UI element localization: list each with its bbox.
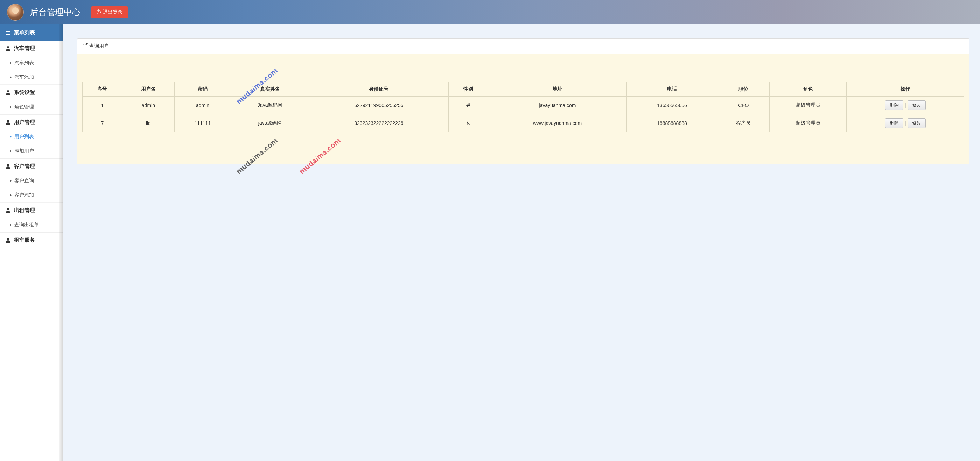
menu-group-title[interactable]: 出租管理 — [0, 203, 63, 218]
cell-actions: 删除|修改 — [846, 114, 964, 132]
caret-right-icon — [10, 106, 11, 108]
list-icon — [6, 31, 11, 35]
sidebar-item-label: 添加用户 — [14, 148, 34, 154]
cell-role: 超级管理员 — [770, 97, 846, 114]
cell-password: 111111 — [175, 114, 231, 132]
table-body: 1adminadminJava源码网622921199005255256男jav… — [83, 97, 964, 132]
sidebar-item[interactable]: 汽车列表 — [0, 56, 63, 70]
sidebar-item-label: 汽车添加 — [14, 74, 34, 81]
logout-label: 退出登录 — [103, 9, 123, 15]
cell-gender: 女 — [449, 114, 488, 132]
user-icon — [6, 238, 11, 243]
caret-right-icon — [10, 223, 11, 226]
avatar — [7, 4, 24, 21]
menu-group-label: 用户管理 — [14, 119, 35, 125]
user-icon — [6, 208, 11, 213]
menu-group: 系统设置角色管理 — [0, 85, 63, 115]
cell-gender: 男 — [449, 97, 488, 114]
app-title: 后台管理中心 — [30, 6, 81, 18]
cell-realname: Java源码网 — [231, 97, 309, 114]
caret-right-icon — [10, 179, 11, 182]
delete-button[interactable]: 删除 — [885, 100, 904, 110]
separator: | — [905, 102, 906, 108]
caret-right-icon — [10, 194, 11, 196]
column-header: 密码 — [175, 82, 231, 97]
cell-password: admin — [175, 97, 231, 114]
sidebar-item[interactable]: 汽车添加 — [0, 70, 63, 85]
watermark: mudaima.com — [234, 136, 279, 176]
menu-group: 用户管理用户列表添加用户 — [0, 115, 63, 159]
menu-group-label: 出租管理 — [14, 207, 35, 214]
panel-header: 查询用户 — [77, 39, 969, 54]
caret-right-icon — [10, 62, 11, 64]
cell-username: admin — [122, 97, 174, 114]
cell-phone: 13656565656 — [627, 97, 718, 114]
cell-address: www.javayuanma.com — [488, 114, 627, 132]
menu-group: 客户管理客户查询客户添加 — [0, 159, 63, 203]
app-header: 后台管理中心 退出登录 — [0, 0, 980, 24]
cell-role: 超级管理员 — [770, 114, 846, 132]
menu-header-label: 菜单列表 — [14, 29, 35, 36]
sidebar-item[interactable]: 客户查询 — [0, 174, 63, 188]
column-header: 地址 — [488, 82, 627, 97]
menu-group-title[interactable]: 系统设置 — [0, 85, 63, 100]
user-icon — [6, 46, 11, 51]
app-body: 菜单列表 汽车管理汽车列表汽车添加系统设置角色管理用户管理用户列表添加用户客户管… — [0, 24, 980, 461]
sidebar-item-label: 客户查询 — [14, 178, 34, 184]
power-icon — [97, 10, 101, 14]
sidebar-item[interactable]: 查询出租单 — [0, 218, 63, 232]
table-header-row: 序号用户名密码真实姓名身份证号性别地址电话职位角色操作 — [83, 82, 964, 97]
edit-button[interactable]: 修改 — [908, 118, 926, 128]
scrollbar[interactable] — [59, 24, 63, 461]
menu-group-title[interactable]: 客户管理 — [0, 159, 63, 174]
caret-right-icon — [10, 135, 11, 138]
menu-group-title[interactable]: 租车服务 — [0, 233, 63, 248]
edit-button[interactable]: 修改 — [908, 100, 926, 110]
cell-username: llq — [122, 114, 174, 132]
column-header: 用户名 — [122, 82, 174, 97]
cell-idcard: 323232322222222226 — [309, 114, 449, 132]
menu-group: 出租管理查询出租单 — [0, 203, 63, 233]
cell-position: 程序员 — [718, 114, 770, 132]
sidebar: 菜单列表 汽车管理汽车列表汽车添加系统设置角色管理用户管理用户列表添加用户客户管… — [0, 24, 63, 461]
edit-icon — [83, 44, 87, 48]
menu-group-label: 系统设置 — [14, 89, 35, 96]
user-icon — [6, 120, 11, 125]
logout-button[interactable]: 退出登录 — [91, 6, 128, 18]
sidebar-item[interactable]: 用户列表 — [0, 130, 63, 144]
column-header: 序号 — [83, 82, 123, 97]
menu-group-title[interactable]: 汽车管理 — [0, 41, 63, 56]
cell-id: 7 — [83, 114, 123, 132]
column-header: 电话 — [627, 82, 718, 97]
sidebar-item-label: 查询出租单 — [14, 222, 39, 228]
caret-right-icon — [10, 76, 11, 79]
table-head: 序号用户名密码真实姓名身份证号性别地址电话职位角色操作 — [83, 82, 964, 97]
cell-idcard: 622921199005255256 — [309, 97, 449, 114]
sidebar-item-label: 客户添加 — [14, 192, 34, 198]
sidebar-item-label: 汽车列表 — [14, 60, 34, 66]
sidebar-item-label: 角色管理 — [14, 104, 34, 110]
panel-title: 查询用户 — [89, 43, 109, 49]
sidebar-item[interactable]: 客户添加 — [0, 188, 63, 203]
column-header: 职位 — [718, 82, 770, 97]
menu-group: 汽车管理汽车列表汽车添加 — [0, 41, 63, 85]
sidebar-item[interactable]: 角色管理 — [0, 100, 63, 114]
menu-header: 菜单列表 — [0, 24, 63, 41]
cell-id: 1 — [83, 97, 123, 114]
user-table: 序号用户名密码真实姓名身份证号性别地址电话职位角色操作 1adminadminJ… — [82, 82, 964, 132]
cell-actions: 删除|修改 — [846, 97, 964, 114]
user-icon — [6, 164, 11, 169]
main-content: 查询用户 mudaima.com mudaima.com mudaima.com… — [63, 24, 980, 461]
sidebar-item[interactable]: 添加用户 — [0, 144, 63, 158]
menu-group-label: 客户管理 — [14, 163, 35, 170]
menu-groups: 汽车管理汽车列表汽车添加系统设置角色管理用户管理用户列表添加用户客户管理客户查询… — [0, 41, 63, 248]
watermark: mudaima.com — [298, 136, 342, 176]
column-header: 真实姓名 — [231, 82, 309, 97]
column-header: 身份证号 — [309, 82, 449, 97]
menu-group: 租车服务 — [0, 233, 63, 248]
cell-address: javayuanma.com — [488, 97, 627, 114]
caret-right-icon — [10, 150, 11, 152]
menu-group-label: 汽车管理 — [14, 45, 35, 52]
delete-button[interactable]: 删除 — [885, 118, 904, 128]
menu-group-title[interactable]: 用户管理 — [0, 115, 63, 130]
